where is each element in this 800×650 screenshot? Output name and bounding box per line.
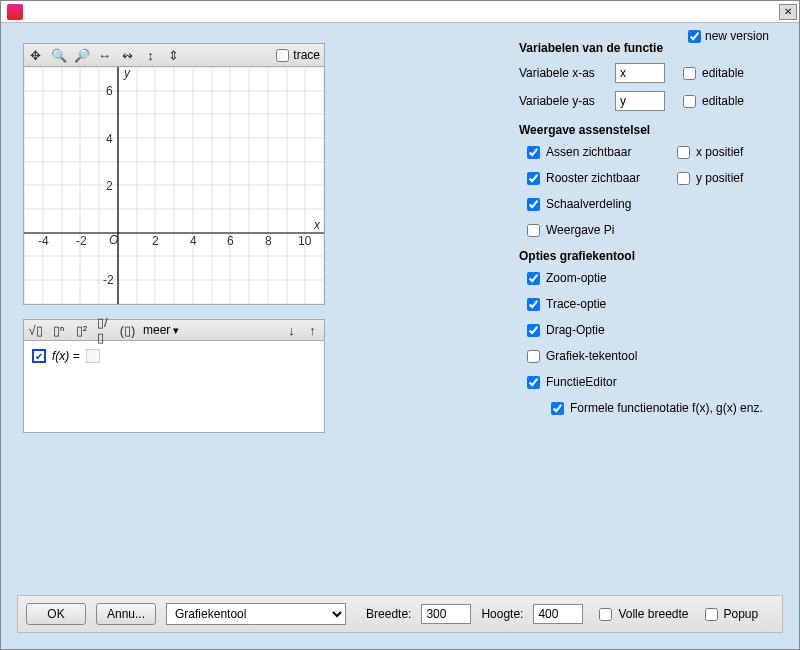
trace-checkbox[interactable] xyxy=(276,49,289,62)
x-positive-checkbox[interactable] xyxy=(677,146,690,159)
section-axes: Weergave assenstelsel xyxy=(519,123,779,137)
graph-toolbar: ✥ 🔍 🔎 ↔ ↭ ↕ ⇕ trace xyxy=(23,43,325,67)
scale-checkbox[interactable] xyxy=(527,198,540,211)
var-x-label: Variabele x-as xyxy=(519,66,609,80)
move-icon[interactable]: ✥ xyxy=(28,48,43,63)
svg-text:x: x xyxy=(313,218,321,232)
editable-label: editable xyxy=(702,66,744,80)
zoom-h-in-icon[interactable]: ↔ xyxy=(97,48,112,63)
section-options: Opties grafiekentool xyxy=(519,249,779,263)
java-icon xyxy=(7,4,23,20)
paren-icon[interactable]: (▯) xyxy=(120,323,135,338)
zoom-in-icon[interactable]: 🔍 xyxy=(51,48,66,63)
zoom-option-checkbox[interactable] xyxy=(527,272,540,285)
power-n-icon[interactable]: ▯ⁿ xyxy=(51,323,66,338)
volle-breedte-checkbox[interactable] xyxy=(599,608,612,621)
svg-text:6: 6 xyxy=(227,234,234,248)
zoom-v-in-icon[interactable]: ↕ xyxy=(143,48,158,63)
zoom-h-out-icon[interactable]: ↭ xyxy=(120,48,135,63)
grid-visible-checkbox[interactable] xyxy=(527,172,540,185)
svg-text:O: O xyxy=(109,233,118,247)
var-x-input[interactable] xyxy=(615,63,665,83)
svg-text:2: 2 xyxy=(106,179,113,193)
meer-dropdown[interactable]: meer ▾ xyxy=(143,323,179,337)
axes-visible-checkbox[interactable] xyxy=(527,146,540,159)
formal-notation-checkbox[interactable] xyxy=(551,402,564,415)
svg-text:8: 8 xyxy=(265,234,272,248)
editable-label-2: editable xyxy=(702,94,744,108)
fraction-icon[interactable]: ▯/▯ xyxy=(97,323,112,338)
var-y-input[interactable] xyxy=(615,91,665,111)
titlebar: ✕ xyxy=(1,1,799,23)
zoom-out-icon[interactable]: 🔎 xyxy=(74,48,89,63)
svg-text:-2: -2 xyxy=(76,234,87,248)
function-editor-checkbox[interactable] xyxy=(527,376,540,389)
ok-button[interactable]: OK xyxy=(26,603,86,625)
y-positive-checkbox[interactable] xyxy=(677,172,690,185)
var-x-editable-checkbox[interactable] xyxy=(683,67,696,80)
svg-text:y: y xyxy=(123,67,131,80)
hoogte-label: Hoogte: xyxy=(481,607,523,621)
breedte-input[interactable] xyxy=(421,604,471,624)
tool-dropdown[interactable]: Grafiekentool xyxy=(166,603,346,625)
close-button[interactable]: ✕ xyxy=(779,4,797,20)
move-up-icon[interactable]: ↑ xyxy=(305,323,320,338)
trace-label: trace xyxy=(293,48,320,62)
section-variables: Variabelen van de functie xyxy=(519,41,779,55)
svg-text:6: 6 xyxy=(106,84,113,98)
var-y-label: Variabele y-as xyxy=(519,94,609,108)
square-icon[interactable]: ▯² xyxy=(74,323,89,338)
svg-text:4: 4 xyxy=(106,132,113,146)
breedte-label: Breedte: xyxy=(366,607,411,621)
drawtool-checkbox[interactable] xyxy=(527,350,540,363)
sqrt-icon[interactable]: √▯ xyxy=(28,323,43,338)
zoom-v-out-icon[interactable]: ⇕ xyxy=(166,48,181,63)
trace-option-checkbox[interactable] xyxy=(527,298,540,311)
var-y-editable-checkbox[interactable] xyxy=(683,95,696,108)
bottom-bar: OK Annu... Grafiekentool Breedte: Hoogte… xyxy=(17,595,783,633)
drag-option-checkbox[interactable] xyxy=(527,324,540,337)
svg-text:10: 10 xyxy=(298,234,312,248)
pi-checkbox[interactable] xyxy=(527,224,540,237)
formula-expression: f(x) = xyxy=(52,349,80,363)
svg-text:-2: -2 xyxy=(103,273,114,287)
formula-toolbar: √▯ ▯ⁿ ▯² ▯/▯ (▯) meer ▾ ↓ ↑ xyxy=(23,319,325,341)
move-down-icon[interactable]: ↓ xyxy=(284,323,299,338)
popup-checkbox[interactable] xyxy=(705,608,718,621)
graph-canvas[interactable]: x y O -4-2 24 68 10 24 6-2 xyxy=(23,67,325,305)
formula-visible-checkbox[interactable]: ✔ xyxy=(32,349,46,363)
formula-editor[interactable]: ✔ f(x) = xyxy=(23,341,325,433)
svg-text:4: 4 xyxy=(190,234,197,248)
formula-input[interactable] xyxy=(86,349,100,363)
hoogte-input[interactable] xyxy=(533,604,583,624)
cancel-button[interactable]: Annu... xyxy=(96,603,156,625)
svg-text:-4: -4 xyxy=(38,234,49,248)
svg-text:2: 2 xyxy=(152,234,159,248)
grid-svg: x y O -4-2 24 68 10 24 6-2 xyxy=(24,67,324,304)
